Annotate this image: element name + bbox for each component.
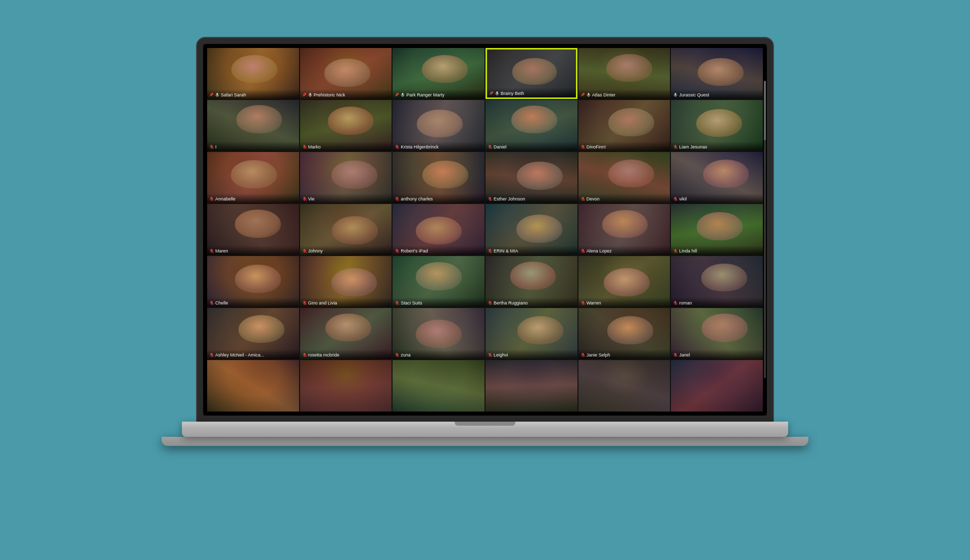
participant-name-10: Daniel [494,144,507,149]
video-tile-42[interactable] [671,360,763,411]
video-tile-1[interactable]: 📌 Safari Sarah [207,48,299,99]
tile-label-4: 📌 Brainy Beth [487,88,576,97]
video-tile-37[interactable] [207,360,299,411]
mic-icon-24 [673,248,678,253]
mic-icon-21 [395,248,400,253]
laptop-screen: 📌 Safari Sarah📌 Prehistoric Nick📌 Park R… [197,38,773,422]
mic-icon-26 [302,300,307,306]
mic-icon-17 [580,196,586,201]
svg-rect-2 [309,93,311,95]
tile-label-17: Devon [578,193,670,203]
video-tile-41[interactable] [578,360,670,411]
screen-bezel: 📌 Safari Sarah📌 Prehistoric Nick📌 Park R… [203,44,767,416]
tile-label-34: Leighvi [486,349,577,359]
video-tile-5[interactable]: 📌 Atlas Dinter [578,48,670,99]
mic-icon-16 [488,196,493,201]
video-tile-36[interactable]: Jariel [671,308,763,359]
mic-icon-34 [488,352,493,358]
mic-icon-7 [209,144,214,149]
mic-icon-5 [586,92,591,97]
tile-label-10: Daniel [486,141,577,151]
video-tile-10[interactable]: Daniel [486,100,577,151]
participant-name-30: roman [679,300,692,306]
tile-label-27: Staci Suits [393,297,484,307]
video-tile-4[interactable]: 📌 Brainy Beth [486,48,577,99]
tile-label-6: Jurassic Quest [671,89,763,99]
video-tile-32[interactable]: rosetta mcbride [300,308,392,359]
participant-name-14: Vie [308,196,315,201]
video-tile-13[interactable]: Annabelle [207,152,299,203]
video-tile-38[interactable] [300,360,392,411]
video-tile-28[interactable]: Bertha Ruggiano [486,256,577,307]
mic-icon-19 [209,248,214,253]
video-tile-29[interactable]: Warren [578,256,670,307]
video-tile-23[interactable]: Alena Lopez [578,204,670,255]
tile-label-24: Linda hill [671,245,763,255]
mic-icon-13 [209,196,214,201]
video-tile-3[interactable]: 📌 Park Ranger Marty [393,48,484,99]
video-tile-25[interactable]: Chelle [207,256,299,307]
video-tile-8[interactable]: Marko [300,100,392,151]
video-tile-18[interactable]: vikil [671,152,763,203]
participant-name-4: Brainy Beth [501,91,524,96]
video-tile-7[interactable]: I [207,100,299,151]
participant-name-23: Alena Lopez [587,248,612,253]
participant-name-8: Marko [308,144,321,149]
tile-label-21: Robert's iPad [393,245,484,255]
video-tile-17[interactable]: Devon [578,152,670,203]
video-tile-31[interactable]: Ashley McNeil - Amica... [207,308,299,359]
mic-icon-32 [302,352,307,358]
video-tile-21[interactable]: Robert's iPad [393,204,484,255]
participant-name-24: Linda hill [679,248,697,253]
tile-label-1: 📌 Safari Sarah [207,89,299,99]
tile-label-8: Marko [300,141,392,151]
video-tile-24[interactable]: Linda hill [671,204,763,255]
pin-icon-4: 📌 [489,91,494,95]
mic-icon-15 [395,196,400,201]
video-tile-12[interactable]: Liam Jesunas [671,100,763,151]
mic-icon-28 [488,300,493,306]
video-tile-27[interactable]: Staci Suits [393,256,484,307]
video-tile-22[interactable]: ERIN & MIA [486,204,577,255]
video-tile-11[interactable]: DinoFinn! [578,100,670,151]
tile-label-5: 📌 Atlas Dinter [578,89,670,99]
video-tile-39[interactable] [393,360,484,411]
video-tile-19[interactable]: Maren [207,204,299,255]
pin-icon-1: 📌 [209,93,214,97]
participant-name-36: Jariel [679,352,690,358]
video-tile-9[interactable]: Krista Hilgenbrinck [393,100,484,151]
participant-name-12: Liam Jesunas [679,144,707,149]
video-tile-33[interactable]: zuna [393,308,484,359]
video-tile-35[interactable]: Janie Selph [578,308,670,359]
mic-icon-20 [302,248,307,253]
participant-name-31: Ashley McNeil - Amica... [215,352,264,358]
tile-label-29: Warren [578,297,670,307]
video-tile-14[interactable]: Vie [300,152,392,203]
video-tile-16[interactable]: Esther Johnson [486,152,577,203]
video-tile-2[interactable]: 📌 Prehistoric Nick [300,48,392,99]
scrollbar-thumb[interactable] [764,81,766,140]
tile-label-33: zuna [393,349,484,359]
video-tile-26[interactable]: Gino and Livia [300,256,392,307]
mic-icon-1 [215,92,220,97]
tile-label-14: Vie [300,193,392,203]
laptop-base [182,422,788,437]
video-tile-15[interactable]: anthony charles [393,152,484,203]
tile-label-28: Bertha Ruggiano [486,297,577,307]
video-tile-40[interactable] [486,360,577,411]
tile-label-2: 📌 Prehistoric Nick [300,89,392,99]
tile-label-7: I [207,141,299,151]
mic-icon-10 [488,144,493,149]
participant-name-32: rosetta mcbride [308,352,340,358]
laptop-base-bottom [162,437,808,446]
scrollbar[interactable] [764,81,766,378]
svg-rect-4 [402,93,404,95]
tile-label-20: Johnny [300,245,392,255]
video-tile-30[interactable]: roman [671,256,763,307]
pin-icon-5: 📌 [580,93,585,97]
participant-name-17: Devon [587,196,600,201]
tile-label-16: Esther Johnson [486,193,577,203]
video-tile-34[interactable]: Leighvi [486,308,577,359]
video-tile-20[interactable]: Johnny [300,204,392,255]
video-tile-6[interactable]: Jurassic Quest [671,48,763,99]
